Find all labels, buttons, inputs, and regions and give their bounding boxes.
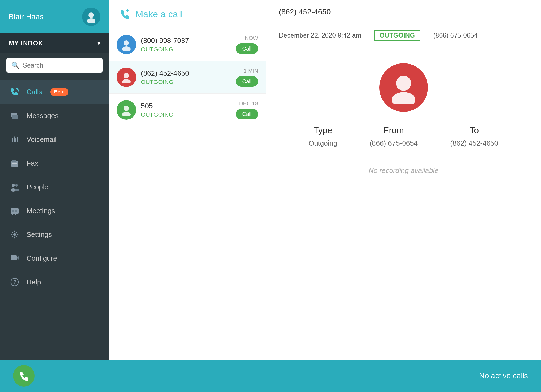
detail-header-from: (866) 675-0654 (433, 32, 478, 39)
svg-rect-21 (15, 214, 16, 215)
sidebar-item-configure[interactable]: Configure (0, 246, 109, 270)
inbox-label: MY INBOX (9, 39, 43, 47)
svg-point-1 (87, 18, 95, 23)
detail-datetime: December 22, 2020 9:42 am (279, 32, 361, 39)
svg-rect-3 (12, 115, 18, 119)
messages-icon (9, 110, 21, 122)
svg-rect-5 (12, 138, 13, 142)
svg-rect-7 (15, 138, 16, 142)
call-button[interactable]: Call (236, 109, 258, 119)
sidebar-item-help[interactable]: ? Help (0, 270, 109, 294)
call-item[interactable]: (862) 452-4650 OUTGOING 1 MIN Call (109, 61, 266, 94)
svg-point-30 (122, 46, 131, 51)
svg-rect-12 (12, 165, 15, 165)
sidebar-people-label: People (27, 183, 48, 191)
sidebar-item-settings[interactable]: Settings (0, 223, 109, 246)
inbox-dropdown-icon: ▾ (97, 40, 100, 47)
detail-status-badge: OUTGOING (374, 30, 420, 41)
svg-point-34 (122, 112, 131, 116)
make-call-label: Make a call (136, 9, 182, 19)
sidebar-header: Blair Haas (0, 0, 109, 33)
main-area: Blair Haas MY INBOX ▾ 🔍 (0, 0, 541, 360)
detail-header: (862) 452-4650 (266, 0, 541, 24)
bottom-call-button[interactable] (13, 365, 35, 387)
detail-type-value: Outgoing (309, 139, 337, 148)
sidebar-item-people[interactable]: People (0, 175, 109, 199)
sidebar-item-messages[interactable]: Messages (0, 104, 109, 128)
detail-from-col: From (866) 675-0654 (370, 125, 418, 148)
search-icon: 🔍 (11, 62, 19, 69)
detail-panel: (862) 452-4650 December 22, 2020 9:42 am… (266, 0, 541, 360)
call-meta: 1 MIN Call (236, 68, 258, 87)
detail-to-value: (862) 452-4650 (450, 139, 498, 148)
sidebar-messages-label: Messages (27, 112, 59, 120)
sidebar-settings-label: Settings (27, 230, 52, 239)
detail-type-col: Type Outgoing (309, 125, 337, 148)
sidebar-username: Blair Haas (9, 12, 44, 21)
search-container: 🔍 (0, 53, 109, 78)
svg-point-13 (12, 184, 15, 187)
voicemail-icon (9, 133, 21, 145)
sidebar-item-fax[interactable]: Fax (0, 151, 109, 175)
call-info: 505 OUTGOING (141, 102, 231, 118)
make-call-header: Make a call (109, 0, 266, 28)
svg-rect-20 (12, 214, 13, 215)
svg-marker-24 (17, 256, 19, 260)
bottom-bar: No active calls (0, 360, 541, 392)
svg-point-35 (396, 76, 411, 91)
detail-from-label: From (384, 125, 404, 135)
detail-type-label: Type (314, 125, 332, 135)
detail-no-recording: No recording available (368, 166, 438, 175)
svg-point-18 (12, 210, 14, 212)
call-avatar (117, 35, 136, 54)
call-direction: OUTGOING (141, 79, 231, 86)
inbox-selector[interactable]: MY INBOX ▾ (0, 33, 109, 53)
avatar (82, 8, 100, 26)
svg-point-0 (88, 12, 94, 18)
search-box: 🔍 (6, 58, 103, 73)
detail-info-row: Type Outgoing From (866) 675-0654 To (86… (309, 125, 498, 148)
calls-icon (9, 86, 21, 98)
call-time: DEC 18 (239, 100, 258, 107)
detail-subheader: December 22, 2020 9:42 am OUTGOING (866)… (266, 24, 541, 47)
help-icon: ? (9, 276, 21, 288)
svg-rect-6 (14, 136, 15, 142)
search-input[interactable] (23, 62, 98, 69)
call-avatar (117, 68, 136, 87)
svg-point-19 (15, 210, 17, 212)
detail-contact-avatar (379, 63, 428, 112)
call-time: 1 MIN (244, 68, 258, 74)
settings-icon (9, 229, 21, 240)
calls-beta-badge: Beta (50, 88, 68, 96)
call-list-panel: Make a call (800) 998-7087 OUTGOING (109, 0, 266, 360)
detail-from-value: (866) 675-0654 (370, 139, 418, 148)
app-container: Blair Haas MY INBOX ▾ 🔍 (0, 0, 541, 392)
svg-rect-23 (11, 255, 17, 260)
call-item[interactable]: 505 OUTGOING DEC 18 Call (109, 94, 266, 126)
sidebar-item-meetings[interactable]: Meetings (0, 199, 109, 223)
sidebar-item-calls[interactable]: Calls Beta (0, 80, 109, 104)
call-items-list: (800) 998-7087 OUTGOING NOW Call (109, 28, 266, 360)
svg-point-36 (392, 92, 415, 104)
call-meta: NOW Call (236, 35, 258, 54)
call-button[interactable]: Call (236, 43, 258, 54)
sidebar-meetings-label: Meetings (27, 207, 55, 215)
call-info: (862) 452-4650 OUTGOING (141, 69, 231, 86)
svg-rect-10 (12, 160, 16, 162)
sidebar-item-voicemail[interactable]: Voicemail (0, 128, 109, 151)
call-info: (800) 998-7087 OUTGOING (141, 36, 231, 53)
detail-to-col: To (862) 452-4650 (450, 125, 498, 148)
svg-point-22 (13, 233, 16, 236)
detail-phone: (862) 452-4650 (279, 8, 331, 16)
detail-to-label: To (470, 125, 479, 135)
call-button[interactable]: Call (236, 76, 258, 87)
call-avatar (117, 100, 136, 120)
sidebar-nav: Calls Beta Messages (0, 78, 109, 360)
svg-point-29 (124, 40, 129, 46)
call-item[interactable]: (800) 998-7087 OUTGOING NOW Call (109, 28, 266, 61)
sidebar-help-label: Help (27, 278, 41, 286)
svg-text:?: ? (13, 279, 17, 285)
svg-point-15 (15, 184, 18, 187)
configure-icon (9, 252, 21, 264)
svg-rect-17 (11, 208, 19, 214)
